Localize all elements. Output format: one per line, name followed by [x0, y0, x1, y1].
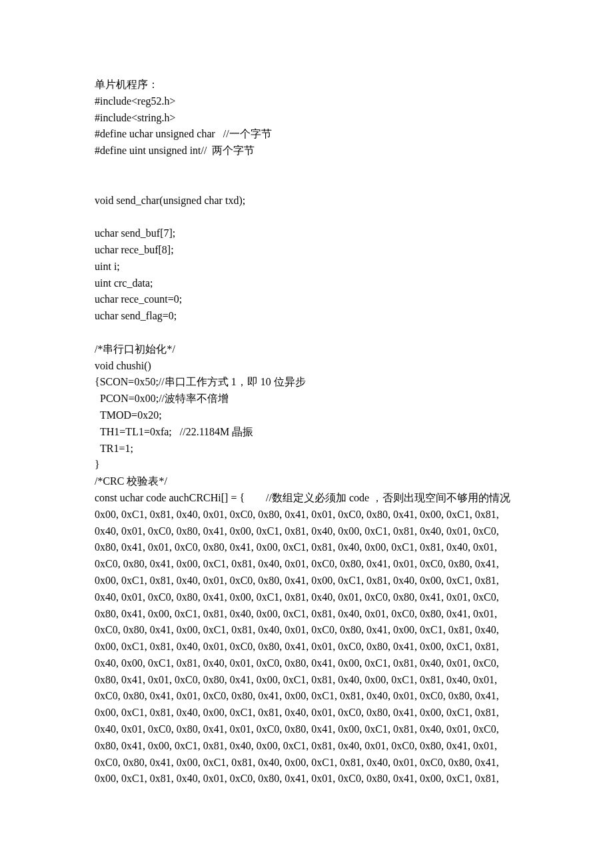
code-line — [95, 176, 518, 193]
code-line: 0x80, 0x41, 0x00, 0xC1, 0x81, 0x40, 0x00… — [95, 738, 518, 755]
code-line: #include<reg52.h> — [95, 93, 518, 110]
code-line: {SCON=0x50;//串口工作方式 1，即 10 位异步 — [95, 374, 518, 391]
code-line: 0x00, 0xC1, 0x81, 0x40, 0x01, 0xC0, 0x80… — [95, 639, 518, 655]
code-line: uint crc_data; — [95, 275, 518, 292]
code-line: #define uchar unsigned char //一个字节 — [95, 126, 518, 143]
code-line — [95, 209, 518, 225]
code-line: 0x00, 0xC1, 0x81, 0x40, 0x01, 0xC0, 0x80… — [95, 771, 518, 787]
code-line: 0x00, 0xC1, 0x81, 0x40, 0x01, 0xC0, 0x80… — [95, 507, 518, 523]
code-line — [95, 325, 518, 341]
code-line: /*串行口初始化*/ — [95, 341, 518, 358]
code-line: 0x80, 0x41, 0x01, 0xC0, 0x80, 0x41, 0x00… — [95, 672, 518, 689]
code-line: /*CRC 校验表*/ — [95, 473, 518, 490]
code-line: 0x80, 0x41, 0x00, 0xC1, 0x81, 0x40, 0x00… — [95, 606, 518, 623]
code-line: 单片机程序： — [95, 77, 518, 93]
code-line: 0xC0, 0x80, 0x41, 0x01, 0xC0, 0x80, 0x41… — [95, 688, 518, 705]
code-line: 0x40, 0x01, 0xC0, 0x80, 0x41, 0x01, 0xC0… — [95, 721, 518, 738]
code-line: TMOD=0x20; — [95, 407, 518, 424]
code-line: 0x40, 0x01, 0xC0, 0x80, 0x41, 0x00, 0xC1… — [95, 589, 518, 606]
code-line: PCON=0x00;//波特率不倍增 — [95, 391, 518, 407]
code-line: uchar rece_count=0; — [95, 291, 518, 308]
code-line: uint i; — [95, 259, 518, 275]
document-page: 单片机程序： #include<reg52.h> #include<string… — [0, 0, 613, 868]
code-line: 0x40, 0x00, 0xC1, 0x81, 0x40, 0x01, 0xC0… — [95, 655, 518, 672]
code-line: TR1=1; — [95, 441, 518, 457]
code-line: uchar rece_buf[8]; — [95, 242, 518, 259]
code-line: #define uint unsigned int// 两个字节 — [95, 143, 518, 159]
code-line: 0xC0, 0x80, 0x41, 0x00, 0xC1, 0x81, 0x40… — [95, 755, 518, 771]
code-line: 0x00, 0xC1, 0x81, 0x40, 0x01, 0xC0, 0x80… — [95, 573, 518, 589]
code-line: 0x40, 0x01, 0xC0, 0x80, 0x41, 0x00, 0xC1… — [95, 523, 518, 540]
code-line: uchar send_buf[7]; — [95, 225, 518, 242]
code-line: } — [95, 457, 518, 473]
code-line: void send_char(unsigned char txd); — [95, 193, 518, 209]
code-line: uchar send_flag=0; — [95, 308, 518, 325]
code-line: #include<string.h> — [95, 110, 518, 127]
code-line: void chushi() — [95, 358, 518, 375]
code-line: 0x80, 0x41, 0x01, 0xC0, 0x80, 0x41, 0x00… — [95, 539, 518, 556]
code-line: const uchar code auchCRCHi[] = { //数组定义必… — [95, 490, 518, 507]
code-line — [95, 159, 518, 176]
code-line: 0xC0, 0x80, 0x41, 0x00, 0xC1, 0x81, 0x40… — [95, 622, 518, 639]
code-line: TH1=TL1=0xfa; //22.1184M 晶振 — [95, 424, 518, 441]
code-line: 0x00, 0xC1, 0x81, 0x40, 0x00, 0xC1, 0x81… — [95, 705, 518, 721]
code-line: 0xC0, 0x80, 0x41, 0x00, 0xC1, 0x81, 0x40… — [95, 556, 518, 573]
